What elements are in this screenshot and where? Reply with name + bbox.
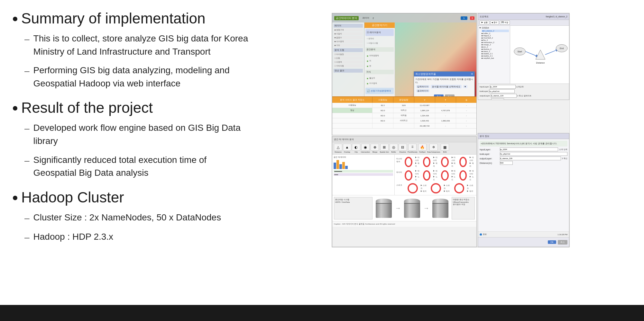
details-title: 분석 정보 [480, 135, 489, 138]
node-label: ▶ 스파크▶ 워커 [444, 184, 452, 193]
field-input[interactable] [500, 147, 558, 151]
ok-button[interactable]: OK [548, 240, 556, 244]
sidebar-item[interactable]: ■ 기타 [334, 44, 363, 47]
bar [336, 160, 339, 169]
menu-item[interactable]: ◉ 지 [365, 58, 394, 63]
tree-item[interactable]: ■ buffer_2 [482, 32, 509, 34]
tree-item-selected[interactable]: ■ d_stance_2 [482, 30, 509, 32]
node-circle [405, 157, 412, 167]
nav-indicator: 1 [461, 16, 467, 20]
table-row: 청삼 8/2.0 대차고 1,984,124 4,767,879 - [332, 108, 477, 113]
prop-label: lookLayer: [480, 90, 489, 92]
chart-row: ■■■■ [334, 173, 393, 176]
sidebar-item[interactable]: ■ 영향구역 [334, 28, 363, 31]
run-button[interactable]: ▶ 실행 [480, 21, 489, 25]
tree-item[interactable]: ■ disolve_2 [482, 48, 509, 50]
field-input[interactable] [500, 161, 513, 165]
clip-icon[interactable]: ◐ [352, 144, 360, 151]
action-btn[interactable]: 🔄 선정기자성분영예대 [365, 88, 394, 94]
field-input[interactable] [500, 152, 567, 156]
hotspot-icon[interactable]: 🔥 [418, 144, 427, 151]
cancel-button[interactable]: 취소 [558, 240, 567, 245]
tree-item[interactable]: ■ interaction_2 [482, 41, 509, 43]
distance-icon[interactable]: △ [334, 144, 342, 151]
sidebar-item[interactable]: ■ 음용수 [334, 36, 363, 39]
dissolve-icon[interactable]: ⊟ [399, 144, 407, 151]
svg-marker-3 [536, 50, 545, 59]
tree-item[interactable]: ■ OverSelf_2 [482, 37, 509, 39]
field-row: Distance(m): [480, 161, 567, 165]
section-summary: Summary of implementation – This is to c… [13, 10, 251, 90]
node-circle [459, 157, 467, 167]
mini-chart [334, 159, 393, 169]
screenshot-composite: 공간빅데이터 분석 레이어 2 1 3 레이어 ■ 영향구역 ■ 사업지 ■ 음… [332, 13, 570, 247]
merge-icon[interactable]: ⊕ [371, 144, 379, 151]
tool-item: △ Distance [334, 144, 342, 153]
table-data-cell [332, 123, 373, 128]
table-data-cell: - [456, 113, 477, 118]
toolbar-label: 프로젝트 [480, 15, 489, 18]
sidebar-item[interactable]: □ 다이얼창 [334, 53, 363, 56]
menu-item[interactable]: ◉ 이수업대 [365, 81, 394, 85]
table-data-cell: - [435, 123, 456, 128]
svg-text:Distance: Distance [536, 62, 545, 64]
intersection-icon[interactable]: ◉ [361, 144, 370, 151]
prop-input[interactable] [491, 94, 517, 98]
sidebar-item[interactable]: ■ 사수영역 [334, 40, 363, 43]
prop-input[interactable] [489, 89, 515, 93]
hadoop-heading: Hadoop Cluster [21, 189, 124, 206]
pointdensity-icon[interactable]: ⠿ [408, 144, 417, 151]
brdr-icon[interactable]: ▦ [441, 144, 449, 151]
spatial-join-icon[interactable]: ⊞ [380, 144, 389, 151]
overlap-icon[interactable]: ▲ [343, 144, 351, 151]
svg-text:Start: Start [517, 50, 522, 53]
menu-item[interactable]: ▤ 레이어분석 [365, 29, 394, 36]
detail-fields: InputLayer: 소개 단위 lookLayer: outputLayer… [480, 147, 567, 165]
submenu-section: 공간분석 [365, 47, 394, 52]
close-icon[interactable]: ✕ [471, 73, 473, 76]
field-input[interactable] [500, 156, 561, 160]
menu-item[interactable]: ○ 전처리 [365, 37, 394, 40]
result-subitems: – Developed work flow engine based on GI… [13, 121, 251, 179]
sidebar-section-label: 연산 결과 [334, 69, 363, 73]
stop-button[interactable]: ■ 중지 [490, 21, 499, 25]
menu-item[interactable]: 2 [373, 17, 374, 19]
buffer-icon[interactable]: ◎ [390, 144, 398, 151]
tree-item[interactable]: ■ dansi_2 [482, 50, 509, 52]
prop-input[interactable] [491, 98, 504, 100]
popup-row: 가건라에로 부터 가건을 지하하여 포함한 저처를 검색합니다. [415, 78, 473, 84]
tree-item[interactable]: ■ merge_2 [482, 44, 509, 46]
tree-item[interactable]: ■ dasble_2.1 [482, 53, 509, 55]
menu-item[interactable]: ◉ 전 [365, 64, 394, 68]
tool-item: ▲ Overlap [343, 144, 351, 153]
menu-item[interactable]: ◉ 활성우 [365, 76, 394, 80]
prop-label: outputLayer: [480, 95, 490, 97]
data-autoprocess-icon[interactable]: ⚙ [429, 144, 438, 151]
tree-item[interactable]: ■ fks_2 [482, 39, 509, 41]
sidebar-item[interactable]: ■ 사업지 [334, 32, 363, 35]
sidebar-item[interactable]: □ 기타각형 [334, 64, 363, 67]
tree-item[interactable]: ■ nerpfish_bat [482, 57, 509, 59]
workflow-editor-screenshot: 프로젝트 fangbo2 | d_stance_2 ▶ 실행 ■ 중지 💾 저장… [478, 13, 569, 100]
popup-title-text: 최소영향경계주줄 [415, 72, 436, 76]
submenu-section2: 자식 [365, 70, 394, 74]
section-result: Result of the project – Developed work f… [13, 99, 251, 179]
status-bar: 🔵 완료 1:16:28 PM [478, 231, 569, 237]
popup-value[interactable]: 분석할 레이터블 선택하세요 [431, 85, 462, 88]
sidebar-item[interactable]: □ 사영역 [334, 60, 363, 64]
table-row: 8/2.0 사대차고 1,529,442 1,982,003 - [332, 118, 477, 123]
save-button[interactable]: 💾 저장 [500, 21, 510, 25]
tree-item[interactable]: ■ dasble_2.1 [482, 55, 509, 57]
icon-label: Distance [335, 151, 341, 153]
menu-item[interactable]: 레이어 [363, 16, 369, 20]
app-toolbar: 공간빅데이터 분석 레이어 2 1 3 [332, 13, 476, 22]
tree-item[interactable]: ■ httppd_2 [482, 35, 509, 37]
sub-toolbar: ▶ 실행 ■ 중지 💾 저장 [478, 20, 569, 26]
tree-item[interactable]: ■ jon_2 [482, 46, 509, 48]
tree-root: ▼ GISExt [479, 27, 509, 29]
dropdown-icon[interactable]: ▼ [463, 85, 467, 88]
menu-item[interactable]: ○ 사업시스템 [365, 41, 394, 45]
prop-input[interactable] [490, 85, 516, 89]
sidebar-item[interactable]: □ 口長 [334, 57, 363, 60]
menu-item[interactable]: ◉ 지하영향적 [365, 53, 394, 58]
